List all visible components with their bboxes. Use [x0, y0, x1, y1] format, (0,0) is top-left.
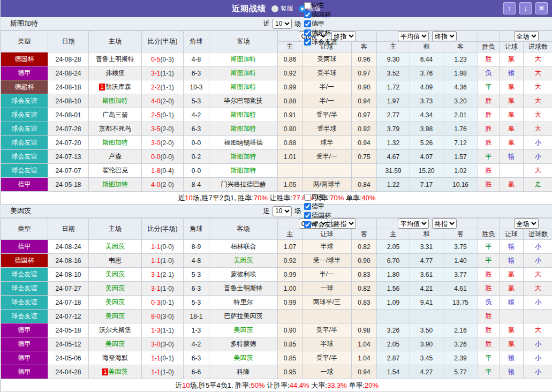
home-team[interactable]: 美因茨 — [89, 268, 142, 282]
home-team[interactable]: 斯图加特 — [89, 136, 142, 150]
away-team[interactable]: 蒙彼利埃 — [209, 268, 278, 282]
radio-unchecked-icon[interactable] — [271, 5, 278, 12]
home-team[interactable]: 美因茨 — [89, 310, 142, 323]
away-team[interactable]: 斯图加特 — [209, 52, 278, 66]
corner-score: 8-9 — [184, 240, 209, 254]
move-down-button[interactable]: ↓ — [519, 2, 532, 14]
match-score: 3-1(1-1) — [142, 66, 184, 80]
checkbox-icon[interactable] — [304, 20, 311, 27]
avg-away-odds: 2.16 — [443, 323, 478, 337]
close-button[interactable]: ✕ — [535, 2, 548, 14]
col-avg-home: 主 — [377, 42, 410, 52]
away-team[interactable]: 科隆 — [209, 365, 278, 379]
away-team[interactable]: 斯图加特 — [209, 108, 278, 122]
home-team[interactable]: 美因茨 — [89, 296, 142, 310]
home-team[interactable]: 美因茨 — [89, 282, 142, 296]
away-team[interactable]: 斯图加特 — [209, 164, 278, 178]
away-team[interactable]: 福图纳锡塔德 — [209, 136, 278, 150]
filter-checkbox-同主[interactable]: 同主 — [304, 1, 337, 10]
avg-away-odds: 3.20 — [443, 94, 478, 108]
games-label: 场 — [294, 19, 301, 28]
away-team[interactable]: 多特蒙德 — [209, 337, 278, 351]
avg-select[interactable]: 平均值 — [398, 218, 429, 229]
fullmatch-select[interactable]: 全场 — [514, 218, 539, 229]
away-team[interactable]: 柏林联合 — [209, 240, 278, 254]
home-team[interactable]: 京都不死鸟 — [89, 122, 142, 136]
away-team[interactable]: 美因茨 — [209, 254, 278, 268]
league-badge: 球会友谊 — [1, 268, 48, 282]
match-score: 1-1(1-0) — [142, 365, 184, 379]
league-badge: 德甲 — [1, 323, 48, 337]
filter-checkbox-德超杯[interactable]: 德超杯 — [304, 28, 337, 37]
home-team[interactable]: 海登海默 — [89, 351, 142, 365]
home-team[interactable]: 韦恩 — [89, 254, 142, 268]
away-team[interactable]: 斯图加特 — [209, 122, 278, 136]
layout-vertical-option[interactable]: 竖版 — [271, 4, 293, 13]
filter-checkbox-球会友谊[interactable]: 球会友谊 — [304, 220, 337, 229]
home-team[interactable]: 普鲁士明斯特 — [89, 52, 142, 66]
away-team[interactable]: 毕尔巴鄂竞技 — [209, 94, 278, 108]
home-team[interactable]: 霍伦巴克 — [89, 164, 142, 178]
home-team[interactable]: 斯图加特 — [89, 94, 142, 108]
home-team[interactable]: 美因茨 — [89, 240, 142, 254]
fullmatch-select[interactable]: 全场 — [514, 31, 539, 41]
checkbox-icon[interactable] — [304, 221, 311, 228]
away-team[interactable]: 巴萨拉美因茨 — [209, 310, 278, 323]
recent-count-select[interactable]: 10 — [273, 206, 292, 216]
avg-home-odds: 4.67 — [377, 150, 410, 164]
avg-home-odds — [377, 310, 410, 323]
home-team[interactable]: 沃尔夫斯堡 — [89, 323, 142, 337]
home-team[interactable]: 斯图加特 — [89, 178, 142, 192]
checkbox-icon[interactable] — [304, 2, 311, 9]
move-up-button[interactable]: ↑ — [503, 2, 516, 14]
home-team[interactable]: 弗赖堡 — [89, 66, 142, 80]
checkbox-icon[interactable] — [304, 212, 311, 219]
checkbox-icon[interactable] — [304, 203, 311, 210]
home-team[interactable]: 卢森 — [89, 150, 142, 164]
avg-away-odds — [443, 310, 478, 323]
filter-checkbox-德国杯[interactable]: 德国杯 — [304, 211, 337, 220]
filter-checkbox-德甲[interactable]: 德甲 — [304, 202, 337, 211]
avg-select[interactable]: 平均值 — [398, 31, 429, 41]
checkbox-icon[interactable] — [304, 39, 311, 46]
away-team[interactable]: 斯图加特 — [209, 80, 278, 94]
avg-home-odds: 2.87 — [377, 351, 410, 365]
home-team[interactable]: 1美因茨 — [89, 365, 142, 379]
recent-count-select[interactable]: 10 — [273, 19, 292, 29]
handicap-result-cell: 输 — [500, 351, 524, 365]
home-team[interactable]: 1勒沃库森 — [89, 80, 142, 94]
away-team[interactable]: 特里尔 — [209, 296, 278, 310]
col-avg-away: 客 — [443, 42, 478, 52]
away-team[interactable]: 普鲁士明斯特 — [209, 282, 278, 296]
away-team[interactable]: 美因茨 — [209, 323, 278, 337]
avg-time-select[interactable]: 终指 — [432, 31, 457, 41]
home-team[interactable]: 美因茨 — [89, 337, 142, 351]
handicap-line: 半/一 — [303, 80, 352, 94]
corner-score: 0-0 — [184, 136, 209, 150]
filter-checkbox-球会友谊[interactable]: 球会友谊 — [304, 37, 337, 47]
away-team[interactable]: 门兴格拉德巴赫 — [209, 178, 278, 192]
match-date: 24-08-10 — [48, 268, 89, 282]
corner-score: 6-3 — [184, 66, 209, 80]
filter-checkbox-同客[interactable]: 同客 — [304, 193, 337, 202]
home-team[interactable]: 广岛三箭 — [89, 108, 142, 122]
match-score: 1-3(1-1) — [142, 323, 184, 337]
goals-result-cell: 小 — [524, 365, 552, 379]
avg-draw-odds: 4.07 — [410, 150, 443, 164]
col-date: 日期 — [48, 31, 89, 52]
filter-checkbox-德甲[interactable]: 德甲 — [304, 19, 337, 28]
checkbox-icon[interactable] — [304, 11, 311, 18]
away-team[interactable]: 斯图加特 — [209, 66, 278, 80]
avg-home-odds: 2.05 — [377, 337, 410, 351]
team-section-1: 斯图加特 近 10 场 同主德国杯德甲德超杯球会友谊 类型 日期 — [1, 17, 552, 205]
result-cell: 胜 — [478, 122, 500, 136]
col-empty — [478, 218, 500, 229]
away-team[interactable]: 美因茨 — [209, 351, 278, 365]
odds-home: 0.88 — [278, 136, 303, 150]
match-score: 0-5(0-3) — [142, 52, 184, 66]
avg-time-select[interactable]: 终指 — [432, 218, 457, 229]
checkbox-icon[interactable] — [304, 194, 311, 201]
away-team[interactable]: 斯图加特 — [209, 150, 278, 164]
checkbox-icon[interactable] — [304, 29, 311, 36]
filter-checkbox-德国杯[interactable]: 德国杯 — [304, 10, 337, 19]
